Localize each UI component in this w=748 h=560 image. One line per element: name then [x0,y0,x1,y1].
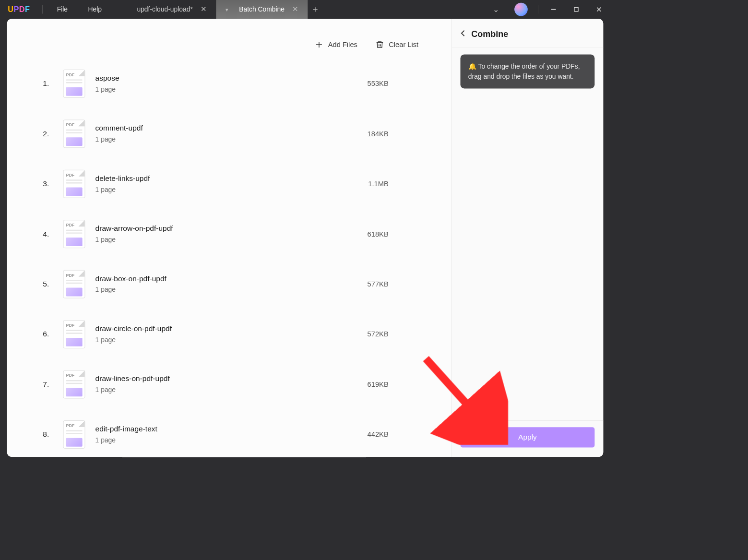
back-button[interactable] [461,30,466,38]
file-size: 577KB [368,280,389,288]
file-pages: 1 page [95,386,170,394]
pdf-badge: PDF [66,72,75,77]
bell-icon: 🔔 [468,63,476,71]
pdf-icon: PDF [63,370,85,399]
menu-separator [538,5,538,14]
file-pages: 1 page [95,136,143,143]
pdf-icon: PDF [63,420,85,449]
main-pane: Add Files Clear List 1. PDF aspose 1 pag… [7,19,451,457]
chevron-down-icon[interactable]: ▾ [226,6,228,12]
pdf-icon: PDF [63,170,85,198]
file-row[interactable]: 4. PDF draw-arrow-on-pdf-updf 1 page 618… [26,209,436,259]
pdf-icon: PDF [63,320,85,348]
list-toolbar: Add Files Clear List [26,35,436,55]
file-pages: 1 page [95,186,150,194]
file-size: 184KB [368,130,389,138]
file-index: 2. [43,130,63,138]
close-window-button[interactable] [588,0,610,19]
file-name: draw-lines-on-pdf-updf [95,375,170,383]
file-pages: 1 page [95,86,119,94]
pdf-icon: PDF [63,220,85,249]
file-index: 6. [43,330,63,339]
file-pages: 1 page [95,236,173,244]
pdf-badge: PDF [66,423,75,428]
file-row[interactable]: 2. PDF comment-updf 1 page 184KB [26,109,436,159]
pdf-badge: PDF [66,223,75,227]
app-logo: UPDF [0,5,38,14]
file-size: 553KB [368,80,389,88]
tip-text: To change the order of your PDFs, drag a… [468,63,580,80]
clear-list-button[interactable]: Clear List [375,40,418,49]
file-name: edit-pdf-image-text [95,425,157,433]
tab-label: Batch Combine [239,5,285,13]
file-pages: 1 page [95,286,166,294]
tab-document[interactable]: updf-cloud-upload* ✕ [128,0,216,19]
file-size: 572KB [368,330,389,338]
file-pages: 1 page [95,336,172,344]
file-pages: 1 page [95,437,157,444]
file-meta: draw-lines-on-pdf-updf 1 page [95,375,170,394]
tab-batch-combine[interactable]: ▾ Batch Combine ✕ [216,0,308,19]
side-head: Combine [452,19,604,48]
add-files-label: Add Files [328,40,357,48]
file-meta: draw-circle-on-pdf-updf 1 page [95,324,172,344]
menu-file[interactable]: File [47,5,78,13]
file-row[interactable]: 3. PDF delete-links-updf 1 page 1.1MB [26,159,436,209]
svg-rect-1 [574,8,578,12]
titlebar-right: ⌄ [484,0,610,19]
menu-help[interactable]: Help [78,5,112,13]
file-name: comment-updf [95,124,143,133]
avatar[interactable] [514,3,528,16]
file-index: 3. [43,180,63,189]
file-meta: aspose 1 page [95,74,119,94]
tabbar: updf-cloud-upload* ✕ ▾ Batch Combine ✕ ＋ [128,0,323,19]
file-name: draw-box-on-pdf-updf [95,274,166,283]
file-meta: delete-links-updf 1 page [95,174,150,194]
minimize-button[interactable] [542,0,565,19]
pdf-icon: PDF [63,270,85,298]
file-row[interactable]: 8. PDF edit-pdf-image-text 1 page 442KB [26,409,436,457]
file-row[interactable]: 6. PDF draw-circle-on-pdf-updf 1 page 57… [26,310,436,359]
clear-list-label: Clear List [389,40,418,48]
titlebar: UPDF File Help updf-cloud-upload* ✕ ▾ Ba… [0,0,610,19]
file-meta: draw-arrow-on-pdf-updf 1 page [95,225,173,244]
apply-button[interactable]: Apply [461,427,595,447]
file-name: draw-arrow-on-pdf-updf [95,225,173,233]
file-row[interactable]: 5. PDF draw-box-on-pdf-updf 1 page 577KB [26,259,436,309]
pdf-icon: PDF [63,70,85,98]
side-bottom: Apply [452,420,604,457]
menu-separator [43,5,43,14]
file-size: 619KB [368,381,389,389]
file-list[interactable]: 1. PDF aspose 1 page 553KB 2. PDF commen… [26,55,436,457]
file-meta: comment-updf 1 page [95,124,143,144]
pdf-badge: PDF [66,373,75,378]
close-icon[interactable]: ✕ [201,5,206,14]
plus-icon [315,40,323,49]
file-meta: draw-box-on-pdf-updf 1 page [95,274,166,294]
file-name: draw-circle-on-pdf-updf [95,324,172,333]
file-index: 5. [43,280,63,288]
close-icon[interactable]: ✕ [292,5,298,14]
file-index: 1. [43,80,63,88]
pdf-badge: PDF [66,173,75,178]
new-tab-button[interactable]: ＋ [308,0,323,19]
file-meta: edit-pdf-image-text 1 page [95,425,157,444]
file-list-wrap: Add Files Clear List 1. PDF aspose 1 pag… [26,35,436,457]
add-files-button[interactable]: Add Files [315,40,357,49]
file-name: aspose [95,74,119,83]
side-title: Combine [471,29,508,39]
file-index: 4. [43,230,63,238]
file-row[interactable]: 1. PDF aspose 1 page 553KB [26,59,436,108]
file-row[interactable]: 7. PDF draw-lines-on-pdf-updf 1 page 619… [26,359,436,409]
file-name: delete-links-updf [95,174,150,183]
file-index: 8. [43,430,63,439]
tip-box: 🔔 To change the order of your PDFs, drag… [461,54,595,88]
chevron-down-icon[interactable]: ⌄ [484,5,508,14]
pdf-badge: PDF [66,273,75,278]
maximize-button[interactable] [565,0,587,19]
pdf-badge: PDF [66,122,75,127]
file-size: 1.1MB [368,180,389,188]
tab-label: updf-cloud-upload* [137,5,192,13]
file-index: 7. [43,380,63,389]
side-panel: Combine 🔔 To change the order of your PD… [451,19,604,457]
